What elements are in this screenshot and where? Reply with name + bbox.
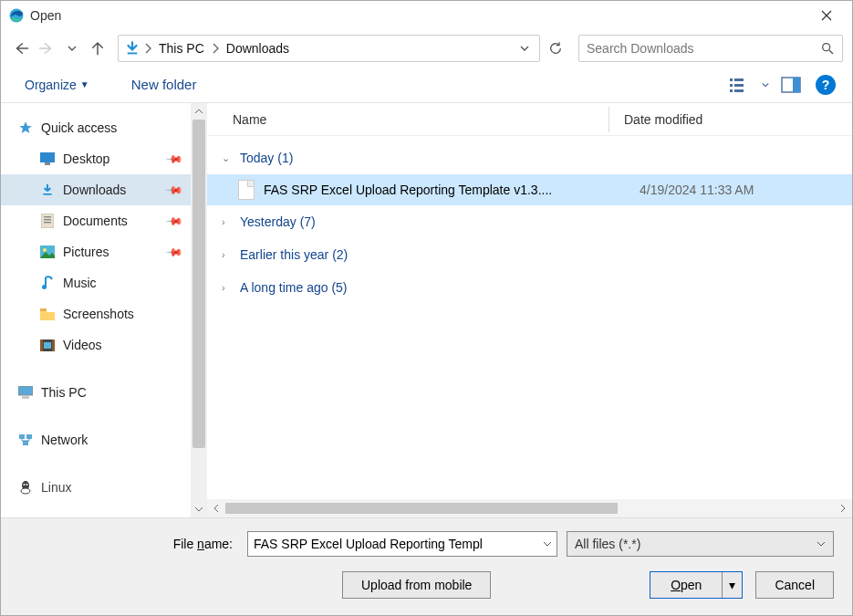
documents-icon bbox=[39, 213, 56, 229]
chevron-down-icon[interactable] bbox=[538, 539, 557, 548]
file-list[interactable]: ⌄ Today (1) FAS SRP Excel Upload Reporti… bbox=[207, 136, 852, 499]
sidebar-item-desktop[interactable]: Desktop 📌 bbox=[1, 143, 191, 174]
file-icon bbox=[238, 180, 255, 200]
nav-up-button[interactable] bbox=[87, 37, 109, 59]
sidebar-label: Desktop bbox=[63, 151, 109, 166]
preview-pane-button[interactable] bbox=[777, 72, 805, 98]
svg-rect-3 bbox=[730, 78, 733, 81]
svg-rect-23 bbox=[40, 339, 43, 351]
pin-icon: 📌 bbox=[165, 243, 184, 262]
sidebar-item-pictures[interactable]: Pictures 📌 bbox=[1, 236, 191, 267]
horizontal-scrollbar[interactable] bbox=[207, 499, 852, 517]
group-earlier-year[interactable]: › Earlier this year (2) bbox=[207, 238, 852, 271]
sidebar-item-documents[interactable]: Documents 📌 bbox=[1, 205, 191, 236]
new-folder-button[interactable]: New folder bbox=[124, 73, 204, 96]
view-dropdown[interactable] bbox=[759, 72, 772, 98]
window-close-button[interactable] bbox=[808, 3, 845, 28]
star-icon bbox=[17, 120, 34, 136]
organize-menu[interactable]: Organize ▼ bbox=[17, 74, 97, 96]
chevron-right-icon: › bbox=[222, 249, 234, 260]
svg-point-19 bbox=[43, 248, 47, 252]
desktop-icon bbox=[39, 151, 56, 167]
sidebar-item-videos[interactable]: Videos bbox=[1, 329, 191, 360]
open-button[interactable]: Open ▾ bbox=[650, 571, 743, 599]
address-bar[interactable]: This PC Downloads bbox=[118, 35, 540, 62]
scroll-up-icon[interactable] bbox=[191, 103, 207, 120]
scroll-thumb[interactable] bbox=[225, 503, 618, 514]
sidebar-label: Network bbox=[41, 433, 88, 447]
sidebar-item-network[interactable]: Network bbox=[1, 424, 191, 455]
file-name: FAS SRP Excel Upload Reporting Template … bbox=[264, 183, 625, 197]
sidebar-item-quick-access[interactable]: Quick access bbox=[1, 112, 191, 143]
nav-recent-dropdown[interactable] bbox=[61, 37, 83, 59]
cancel-button[interactable]: Cancel bbox=[755, 571, 834, 599]
svg-rect-29 bbox=[26, 434, 32, 439]
svg-rect-12 bbox=[45, 162, 50, 165]
upload-from-mobile-button[interactable]: Upload from mobile bbox=[342, 571, 491, 599]
chevron-right-icon[interactable] bbox=[144, 43, 151, 54]
music-icon bbox=[39, 275, 56, 291]
chevron-right-icon: › bbox=[222, 282, 234, 293]
svg-rect-17 bbox=[44, 222, 51, 223]
refresh-button[interactable] bbox=[544, 35, 567, 62]
group-yesterday[interactable]: › Yesterday (7) bbox=[207, 205, 852, 238]
sidebar-label: Pictures bbox=[63, 245, 109, 259]
sidebar-item-screenshots[interactable]: Screenshots bbox=[1, 298, 191, 329]
pin-icon: 📌 bbox=[165, 150, 184, 169]
pictures-icon bbox=[39, 244, 56, 260]
filename-combobox[interactable] bbox=[247, 531, 557, 557]
nav-forward-button[interactable] bbox=[36, 37, 57, 59]
chevron-right-icon: › bbox=[222, 216, 234, 227]
svg-rect-24 bbox=[52, 339, 55, 351]
downloads-location-icon bbox=[124, 40, 140, 57]
help-button[interactable]: ? bbox=[816, 75, 836, 95]
sidebar-label: Quick access bbox=[41, 120, 117, 135]
svg-rect-7 bbox=[730, 89, 733, 92]
chevron-down-icon: ⌄ bbox=[222, 152, 234, 164]
sidebar-item-this-pc[interactable]: This PC bbox=[1, 377, 191, 408]
file-row[interactable]: FAS SRP Excel Upload Reporting Template … bbox=[207, 174, 852, 205]
search-icon bbox=[820, 41, 835, 56]
svg-rect-25 bbox=[44, 342, 51, 349]
sidebar-item-linux[interactable]: Linux bbox=[1, 472, 191, 503]
sidebar-scrollbar[interactable] bbox=[191, 103, 207, 517]
svg-rect-6 bbox=[734, 84, 744, 87]
window-title: Open bbox=[30, 8, 61, 23]
breadcrumb-this-pc[interactable]: This PC bbox=[155, 39, 208, 57]
group-long-ago[interactable]: › A long time ago (5) bbox=[207, 271, 852, 304]
file-type-filter[interactable]: All files (*.*) bbox=[567, 531, 834, 557]
scroll-down-icon[interactable] bbox=[191, 501, 207, 517]
chevron-right-icon[interactable] bbox=[212, 43, 219, 54]
organize-label: Organize bbox=[25, 78, 77, 92]
pin-icon: 📌 bbox=[165, 212, 184, 231]
scroll-right-icon[interactable] bbox=[834, 504, 852, 513]
svg-rect-21 bbox=[40, 308, 47, 311]
sidebar-item-downloads[interactable]: Downloads 📌 bbox=[1, 174, 191, 205]
column-name[interactable]: Name bbox=[207, 112, 609, 127]
videos-icon bbox=[39, 337, 56, 353]
open-dropdown[interactable]: ▾ bbox=[722, 572, 742, 598]
sort-indicator-icon: ⌄ bbox=[655, 110, 662, 120]
svg-rect-28 bbox=[19, 434, 25, 439]
sidebar-label: Downloads bbox=[63, 183, 126, 197]
search-box[interactable] bbox=[578, 35, 843, 62]
filename-input[interactable] bbox=[248, 532, 538, 556]
address-dropdown[interactable] bbox=[515, 44, 534, 53]
svg-rect-27 bbox=[22, 395, 29, 399]
group-label: Today (1) bbox=[240, 151, 293, 165]
filename-label: File name: bbox=[19, 537, 238, 551]
scroll-thumb[interactable] bbox=[192, 120, 205, 448]
open-file-dialog: Open This PC Downloads bbox=[0, 0, 853, 616]
sidebar-item-music[interactable]: Music bbox=[1, 267, 191, 298]
group-today[interactable]: ⌄ Today (1) bbox=[207, 141, 852, 174]
downloads-icon bbox=[39, 182, 56, 198]
search-input[interactable] bbox=[587, 41, 815, 56]
breadcrumb-downloads[interactable]: Downloads bbox=[223, 39, 293, 57]
column-date-modified[interactable]: ⌄ Date modified bbox=[609, 112, 852, 127]
sidebar-label: This PC bbox=[41, 385, 87, 400]
svg-rect-5 bbox=[730, 84, 733, 87]
svg-point-32 bbox=[21, 488, 30, 494]
change-view-button[interactable] bbox=[726, 72, 754, 98]
nav-back-button[interactable] bbox=[10, 37, 32, 59]
scroll-left-icon[interactable] bbox=[207, 504, 225, 513]
